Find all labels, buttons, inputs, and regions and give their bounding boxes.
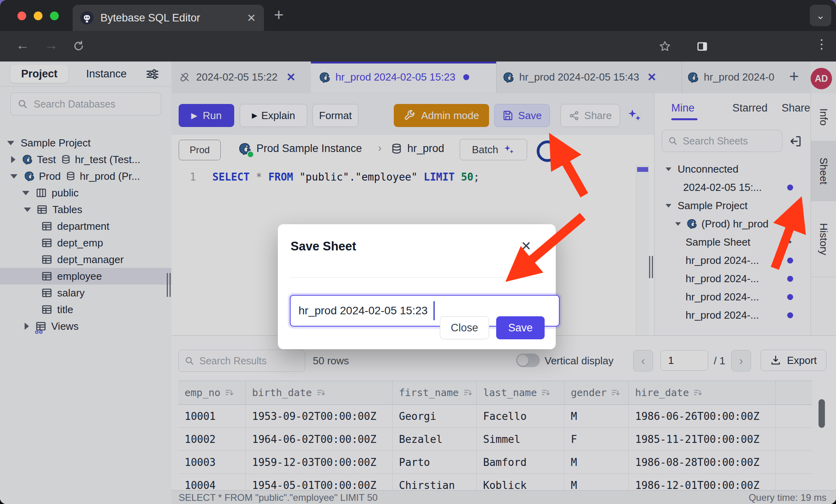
table-cell[interactable]: 10004	[178, 474, 246, 491]
more-menu-icon[interactable]: •••	[780, 237, 792, 248]
table-cell[interactable]: Georgi	[393, 405, 477, 428]
run-button[interactable]: ▶Run	[179, 104, 234, 127]
table-cell[interactable]: M	[564, 405, 629, 428]
column-header[interactable]: gender	[564, 381, 629, 405]
table-cell[interactable]: 1985-11-21T00:00:00Z	[629, 428, 776, 451]
table-cell[interactable]: F	[564, 428, 629, 451]
column-header[interactable]: first_name	[393, 381, 477, 405]
results-scrollbar-thumb[interactable]	[819, 399, 825, 428]
browser-tab[interactable]: Bytebase SQL Editor ✕	[73, 5, 264, 31]
close-tab-icon[interactable]: ✕	[647, 71, 656, 84]
table-cell[interactable]: 1986-08-28T00:00:00Z	[629, 451, 776, 474]
column-header[interactable]: emp_no	[178, 381, 246, 405]
caret-down-icon[interactable]	[10, 174, 17, 179]
ai-sparkles-icon[interactable]	[626, 108, 642, 123]
tree-item-test-database[interactable]: Test hr_test (Test...	[0, 151, 171, 168]
table-cell[interactable]: 10002	[178, 428, 246, 451]
table-cell[interactable]: Simmel	[477, 428, 564, 451]
sheet-item[interactable]: 2024-02-05 15:...	[655, 178, 811, 196]
database-search-input[interactable]: Search Databases	[10, 92, 161, 115]
database-name[interactable]: hr_prod	[407, 142, 444, 155]
tree-group-views[interactable]: oo Views	[0, 318, 171, 335]
sheet-item[interactable]: hr_prod 2024-...	[655, 251, 811, 269]
table-cell[interactable]: M	[564, 474, 629, 491]
tree-item-sample-project[interactable]: Sample Project	[0, 135, 171, 151]
instance-name[interactable]: Prod Sample Instance	[256, 142, 362, 155]
add-query-tab-icon[interactable]: +	[789, 67, 799, 86]
sidebar-resize-handle[interactable]	[170, 273, 171, 297]
tree-item-table-salary[interactable]: salary	[0, 285, 171, 301]
query-tab-1[interactable]: 2024-02-05 15:22 ✕	[171, 62, 311, 93]
tree-item-schema-public[interactable]: public	[0, 185, 171, 201]
prev-page-button[interactable]: ‹	[633, 350, 653, 371]
caret-down-icon[interactable]	[666, 204, 671, 208]
import-sheet-icon[interactable]	[789, 135, 802, 148]
forward-icon[interactable]: →	[44, 37, 58, 53]
window-close-button[interactable]	[17, 12, 26, 20]
panel-resize-handle[interactable]	[649, 256, 650, 278]
dialog-close-button[interactable]: Close	[440, 316, 489, 339]
sort-icon[interactable]	[316, 388, 326, 398]
side-tab-sheet[interactable]: Sheet	[811, 141, 836, 201]
tab-close-icon[interactable]: ✕	[247, 12, 256, 25]
column-header[interactable]: last_name	[477, 381, 564, 405]
admin-mode-button[interactable]: Admin mode	[394, 104, 489, 127]
table-cell[interactable]: 1954-05-01T00:00:00Z	[246, 474, 393, 491]
table-cell[interactable]: 1953-09-02T00:00:00Z	[246, 405, 393, 428]
table-cell[interactable]: 1986-12-01T00:00:00Z	[629, 474, 776, 491]
caret-down-icon[interactable]	[24, 208, 31, 212]
caret-right-icon[interactable]	[25, 323, 29, 330]
save-button[interactable]: Save	[494, 104, 550, 127]
dialog-save-button[interactable]: Save	[496, 316, 545, 339]
tree-item-table-dept-emp[interactable]: dept_emp	[0, 235, 171, 251]
tab-project[interactable]: Project	[10, 65, 68, 83]
caret-right-icon[interactable]	[11, 156, 15, 163]
table-cell[interactable]: 10001	[178, 405, 246, 428]
sort-icon[interactable]	[224, 388, 235, 398]
tab-search-button[interactable]: ⌄	[810, 5, 831, 26]
caret-down-icon[interactable]	[7, 141, 14, 145]
explain-button[interactable]: ▶Explain	[240, 104, 307, 127]
user-avatar[interactable]: AD	[811, 68, 832, 89]
tree-item-table-dept-manager[interactable]: dept_manager	[0, 251, 171, 268]
column-header[interactable]: birth_date	[246, 381, 393, 405]
browser-menu-icon[interactable]: ⋮	[815, 37, 828, 52]
sort-icon[interactable]	[611, 388, 621, 398]
sheet-group-sample-project[interactable]: Sample Project	[655, 196, 811, 215]
sheet-item[interactable]: hr_prod 2024-...	[655, 288, 811, 306]
export-button[interactable]: Export	[761, 350, 826, 371]
caret-down-icon[interactable]	[666, 167, 671, 171]
format-button[interactable]: Format	[312, 104, 358, 127]
column-header[interactable]: hire_date	[629, 381, 776, 405]
table-cell[interactable]: Parto	[393, 451, 477, 474]
sort-icon[interactable]	[463, 388, 473, 398]
tree-item-table-title[interactable]: title	[0, 301, 171, 318]
table-cell[interactable]: Chirstian	[393, 474, 477, 491]
table-cell[interactable]: 1986-06-26T00:00:00Z	[629, 405, 776, 428]
caret-down-icon[interactable]	[675, 222, 681, 226]
close-tab-icon[interactable]: ✕	[286, 71, 295, 84]
window-minimize-button[interactable]	[34, 12, 42, 20]
sheet-item[interactable]: hr_prod 2024-...	[655, 269, 811, 288]
sort-icon[interactable]	[693, 388, 703, 398]
sheet-item[interactable]: hr_prod 2024-...	[655, 306, 811, 324]
dialog-close-icon[interactable]: ✕	[521, 239, 532, 254]
filter-sliders-icon[interactable]	[145, 67, 160, 81]
query-tab-4[interactable]: hr_prod 2024-0	[682, 62, 793, 93]
share-button[interactable]: Share	[561, 104, 620, 127]
query-tab-2-active[interactable]: hr_prod 2024-02-05 15:23	[311, 62, 497, 93]
query-tab-3[interactable]: hr_prod 2024-02-05 15:43 ✕	[496, 62, 682, 93]
table-cell[interactable]: M	[564, 451, 629, 474]
window-zoom-button[interactable]	[50, 12, 59, 20]
tree-item-table-employee[interactable]: employee	[0, 268, 171, 285]
table-cell[interactable]: Bamford	[477, 451, 564, 474]
results-search-input[interactable]: Search Results	[178, 350, 305, 372]
reload-icon[interactable]	[72, 40, 85, 52]
next-page-button[interactable]: ›	[731, 350, 751, 371]
sheet-search-input[interactable]: Search Sheets	[662, 130, 782, 152]
tree-group-tables[interactable]: Tables	[0, 201, 171, 218]
sheet-item-sample-sheet[interactable]: Sample Sheet •••	[655, 233, 811, 251]
batch-button[interactable]: Batch	[460, 139, 527, 160]
tree-item-prod-database[interactable]: Prod hr_prod (Pr...	[0, 168, 171, 185]
side-tab-info[interactable]: Info	[811, 93, 836, 141]
